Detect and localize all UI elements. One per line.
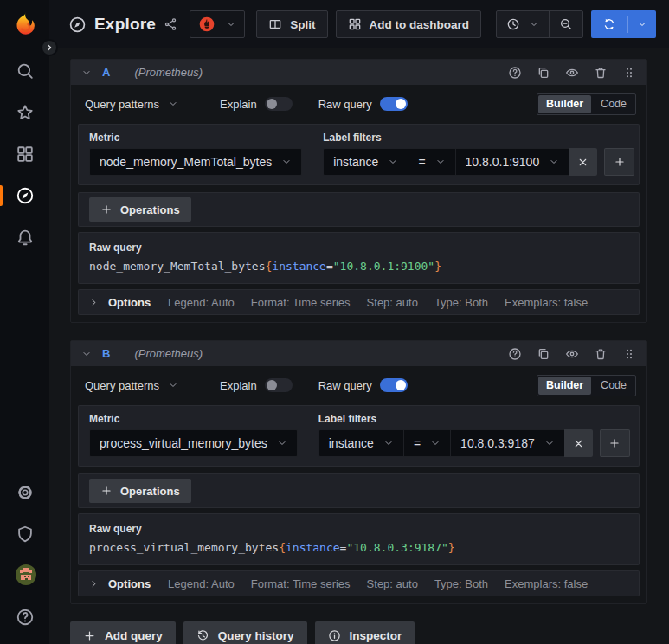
sidebar-item-dashboards[interactable] xyxy=(16,145,35,164)
remove-query-trash-icon[interactable] xyxy=(594,347,608,361)
builder-mode-tab[interactable]: Builder xyxy=(538,95,591,113)
add-operations-button[interactable]: Operations xyxy=(89,197,191,222)
code-mode-tab[interactable]: Code xyxy=(592,94,635,114)
sidebar-item-configuration[interactable] xyxy=(16,483,35,502)
chevron-down-icon xyxy=(388,157,398,167)
active-indicator xyxy=(0,185,3,206)
explain-toggle[interactable] xyxy=(265,97,293,111)
add-filter-button[interactable] xyxy=(600,429,630,457)
duplicate-query-icon[interactable] xyxy=(537,347,550,361)
filter-value: 10.8.0.1:9100 xyxy=(466,155,540,169)
filter-operator-select[interactable]: = xyxy=(408,148,454,176)
add-to-dashboard-button[interactable]: Add to dashboard xyxy=(336,10,482,38)
query-patterns-label: Query patterns xyxy=(85,98,159,111)
chevron-down-icon xyxy=(544,438,555,448)
avatar-image xyxy=(16,564,36,585)
plus-icon xyxy=(100,485,113,497)
time-zoom-out-button[interactable] xyxy=(550,11,582,37)
explain-toggle[interactable] xyxy=(265,378,293,392)
filter-value-select[interactable]: 10.8.0.1:9100 xyxy=(455,148,569,176)
page-title: Explore xyxy=(94,15,156,34)
grafana-logo-icon[interactable] xyxy=(12,10,38,36)
sidebar xyxy=(0,0,49,644)
raw-query-expression: node_memory_MemTotal_bytes{instance="10.… xyxy=(89,260,628,273)
time-picker-button[interactable] xyxy=(497,11,549,37)
add-query-button[interactable]: Add query xyxy=(70,621,176,644)
metric-label: Metric xyxy=(89,132,302,144)
filter-operator-select[interactable]: = xyxy=(403,429,450,457)
refresh-button[interactable] xyxy=(591,10,627,38)
option-format: Format: Time series xyxy=(251,577,351,590)
chevron-down-icon xyxy=(435,157,446,167)
option-legend: Legend: Auto xyxy=(168,296,235,309)
plus-icon xyxy=(83,629,96,642)
option-legend: Legend: Auto xyxy=(168,577,235,590)
sync-icon xyxy=(602,17,616,31)
raw-query-toggle[interactable] xyxy=(380,97,408,111)
query-history-button[interactable]: Query history xyxy=(183,621,307,644)
filter-key-select[interactable]: instance xyxy=(318,429,403,457)
user-avatar[interactable] xyxy=(16,564,35,583)
option-type: Type: Both xyxy=(434,296,488,309)
drag-handle-icon[interactable] xyxy=(622,66,636,80)
add-operations-button[interactable]: Operations xyxy=(89,479,191,503)
disable-query-eye-icon[interactable] xyxy=(565,347,579,361)
query-patterns-dropdown[interactable]: Query patterns xyxy=(81,379,182,392)
time-picker-group xyxy=(496,10,583,38)
builder-mode-tab[interactable]: Builder xyxy=(538,377,591,395)
chevron-down-icon xyxy=(168,380,178,390)
sidebar-item-explore[interactable] xyxy=(16,186,35,205)
query-options-row[interactable]: Options Legend: Auto Format: Time series… xyxy=(78,289,640,315)
share-icon[interactable] xyxy=(164,17,177,31)
remove-filter-button[interactable] xyxy=(564,429,593,457)
code-mode-tab[interactable]: Code xyxy=(592,376,635,396)
split-button[interactable]: Split xyxy=(256,10,327,38)
explore-toolbar-bottom: Add query Query history Inspector xyxy=(70,621,647,644)
prometheus-icon xyxy=(198,16,215,33)
remove-filter-button[interactable] xyxy=(569,148,597,176)
filter-value-select[interactable]: 10.8.0.3:9187 xyxy=(450,429,564,457)
chevron-down-icon xyxy=(549,157,559,167)
filter-key-select[interactable]: instance xyxy=(323,148,408,176)
sidebar-item-search[interactable] xyxy=(16,61,35,80)
query-patterns-dropdown[interactable]: Query patterns xyxy=(81,98,182,111)
disable-query-eye-icon[interactable] xyxy=(565,66,579,80)
run-query-button xyxy=(591,10,656,38)
sidebar-item-help[interactable] xyxy=(16,608,35,627)
refresh-interval-dropdown[interactable] xyxy=(628,10,656,38)
close-icon xyxy=(577,157,589,168)
inspector-button[interactable]: Inspector xyxy=(315,621,415,644)
help-icon[interactable] xyxy=(508,66,522,80)
chevron-down-icon xyxy=(383,438,394,448)
duplicate-query-icon[interactable] xyxy=(537,66,550,80)
explain-label: Explain xyxy=(220,98,257,111)
plus-icon xyxy=(608,437,621,449)
chevron-right-icon xyxy=(89,579,99,589)
plus-icon xyxy=(614,156,626,168)
help-icon[interactable] xyxy=(508,347,522,361)
topbar: Explore Split Add to dashboard xyxy=(49,0,669,48)
query-editor-a: A (Prometheus) Query patterns Explain Ra… xyxy=(70,59,647,323)
raw-query-toggle[interactable] xyxy=(380,378,408,392)
raw-query-expression: process_virtual_memory_bytes{instance="1… xyxy=(89,541,628,554)
options-label: Options xyxy=(108,577,151,590)
remove-query-trash-icon[interactable] xyxy=(594,66,608,80)
add-filter-button[interactable] xyxy=(604,148,634,176)
query-options-row[interactable]: Options Legend: Auto Format: Time series… xyxy=(78,570,640,596)
datasource-picker[interactable] xyxy=(190,10,245,38)
metric-field: Metric process_virtual_memory_bytes xyxy=(89,413,298,457)
sidebar-item-server-admin[interactable] xyxy=(16,525,35,544)
collapse-chevron-icon[interactable] xyxy=(81,68,92,78)
history-icon xyxy=(196,629,209,642)
explain-label: Explain xyxy=(220,379,257,392)
sidebar-expand-button[interactable] xyxy=(41,39,58,56)
query-editor-a-header[interactable]: A (Prometheus) xyxy=(71,60,646,85)
metric-select[interactable]: node_memory_MemTotal_bytes xyxy=(89,148,302,176)
drag-handle-icon[interactable] xyxy=(622,347,636,361)
info-circle-icon xyxy=(328,629,341,642)
sidebar-item-alerting[interactable] xyxy=(16,228,35,247)
metric-select[interactable]: process_virtual_memory_bytes xyxy=(89,429,298,457)
collapse-chevron-icon[interactable] xyxy=(81,349,92,359)
query-editor-b-header[interactable]: B (Prometheus) xyxy=(71,341,646,366)
sidebar-item-starred[interactable] xyxy=(16,103,35,122)
